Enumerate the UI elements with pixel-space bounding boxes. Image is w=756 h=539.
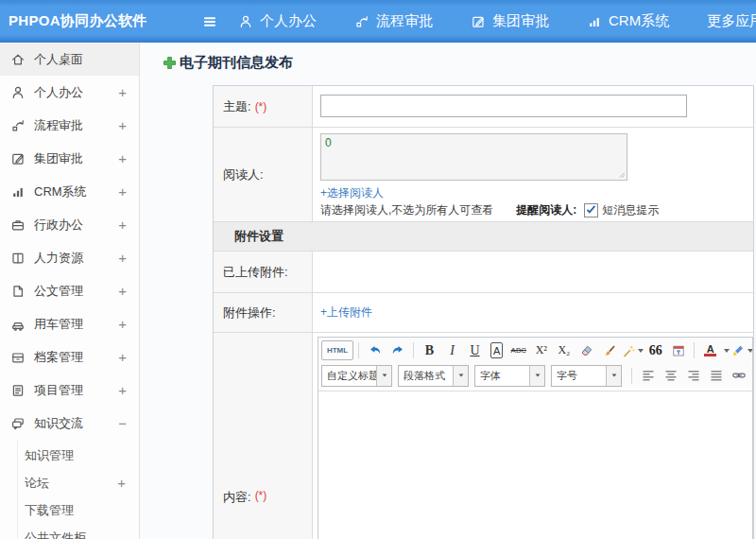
link-icon [731,368,747,383]
sidebar-item-personal-desktop[interactable]: 个人桌面 [0,43,139,76]
italic-button[interactable]: I [441,340,463,360]
remove-link-button[interactable] [750,366,752,386]
redo-button[interactable] [387,340,408,360]
user-icon [10,85,26,100]
bold-button[interactable]: B [419,340,440,360]
car-icon [10,317,26,332]
paragraph-format-select[interactable]: 段落格式 [398,365,469,387]
strikethrough-button[interactable]: ABC [507,340,529,360]
attachment-actions-label: 附件操作: [223,304,276,322]
redo-icon [390,343,405,358]
project-icon [10,383,26,398]
sidebar-subitem-forum[interactable]: 论坛 + [18,469,139,496]
content-label: 内容: [223,489,251,506]
subscript-button[interactable]: X₂ [553,340,575,360]
dropdown-caret-icon[interactable] [724,349,730,353]
uploaded-attachments-row: 已上传附件: [214,251,753,292]
chevron-down-icon [381,372,388,379]
plus-icon [163,56,177,70]
readers-textarea[interactable]: 0 [320,133,627,181]
sidebar-item-project-management[interactable]: 项目管理 + [0,374,139,407]
sidebar-item-human-resources[interactable]: 人力资源 + [0,241,139,274]
align-justify-button[interactable] [705,366,727,386]
undo-icon [368,343,383,358]
menu-toggle-button[interactable] [195,0,225,43]
font-color-button[interactable]: A [699,340,721,360]
sidebar-item-vehicle-management[interactable]: 用车管理 + [0,307,139,340]
sidebar-item-workflow-approval[interactable]: 流程审批 + [0,109,139,142]
align-right-icon [686,368,701,383]
sidebar-item-archive-management[interactable]: 档案管理 + [0,340,139,374]
underline-button[interactable]: U [464,340,486,360]
font-family-select[interactable]: 字体 [474,365,545,387]
format-brush-button[interactable] [598,340,620,360]
home-icon [10,52,26,67]
dropdown-caret-icon [638,349,644,353]
sidebar-subitem-knowledge-management[interactable]: 知识管理 [18,442,139,469]
nav-more-apps[interactable]: 更多应用 [707,12,756,30]
nav-personal-office[interactable]: 个人办公 [238,12,317,30]
sidebar-item-crm-system[interactable]: CRM系统 + [0,175,139,208]
sidebar-item-admin-office[interactable]: 行政办公 + [0,208,139,241]
sidebar-subitem-public-file-cabinet[interactable]: 公共文件柜 [18,524,139,539]
readers-hint: 请选择阅读人,不选为所有人可查看 [320,202,493,218]
html-source-button[interactable]: HTML [321,340,353,360]
nav-crm-system[interactable]: CRM系统 [587,12,669,30]
upload-attachment-link[interactable]: +上传附件 [320,304,372,321]
rich-text-editor: HTML B I U A ABC X² X₂ [318,337,753,539]
dropdown-caret-icon [747,349,752,353]
chevron-down-icon [457,372,465,379]
uploaded-attachments-label: 已上传附件: [223,264,288,281]
knowledge-submenu: 知识管理 论坛 + 下载管理 公共文件柜 [17,440,139,539]
calendar-icon [671,343,686,358]
heading-select[interactable]: 自定义标题 [321,365,392,387]
eraser-button[interactable] [576,340,597,360]
bar-chart-icon [587,14,602,29]
resize-grip-icon[interactable] [616,169,626,179]
page-title: 电子期刊信息发布 [163,54,293,72]
editor-toolbar-row1: HTML B I U A ABC X² X₂ [318,338,752,363]
quick-format-button[interactable] [621,340,644,360]
highlighter-icon [730,343,746,358]
align-justify-icon [709,368,724,383]
font-size-select[interactable]: 字号 [551,365,622,387]
align-center-icon [663,368,679,383]
sidebar-item-document-management[interactable]: 公文管理 + [0,274,139,307]
document-icon [10,284,26,299]
sms-checkbox-label: 短消息提示 [602,202,659,218]
align-right-button[interactable] [682,366,704,386]
sidebar-subitem-download-management[interactable]: 下载管理 [18,496,139,524]
hamburger-icon [201,13,218,30]
user-icon [238,14,253,29]
highlight-color-button[interactable] [730,340,752,360]
select-readers-link[interactable]: +选择阅读人 [320,185,384,201]
subject-row: 主题: (*) [214,86,753,127]
remind-readers-label: 提醒阅读人: [516,202,576,218]
workflow-icon [354,14,369,29]
subject-input[interactable] [320,95,687,117]
attachments-section-header: 附件设置 [214,221,753,251]
insert-link-button[interactable] [728,366,749,386]
sidebar-item-group-approval[interactable]: 集团审批 + [0,142,139,175]
sidebar-item-personal-office[interactable]: 个人办公 + [0,76,139,109]
nav-workflow-approval[interactable]: 流程审批 [354,12,433,30]
main-content: 电子期刊信息发布 主题: (*) 阅读人: 0 +选择阅读人 [140,43,756,539]
publish-form: 主题: (*) 阅读人: 0 +选择阅读人 请选择阅读人,不选为所有人可查看 提… [213,85,754,539]
edit-icon [471,14,486,29]
insert-date-button[interactable] [667,340,689,360]
align-center-button[interactable] [660,366,681,386]
editor-content-area[interactable] [318,391,752,539]
chevron-down-icon [610,372,618,379]
align-left-button[interactable] [637,366,659,386]
app-logo: PHPOA协同办公软件 [9,12,147,30]
uploaded-attachments-cell [313,252,753,292]
workflow-icon [10,118,26,133]
blockquote-button[interactable]: 66 [644,340,666,360]
nav-group-approval[interactable]: 集团审批 [471,12,549,30]
sidebar-item-knowledge-exchange[interactable]: 知识交流 − [0,407,139,440]
undo-button[interactable] [364,340,386,360]
font-style-button[interactable]: A [490,342,503,358]
color-bar [704,354,716,356]
superscript-button[interactable]: X² [530,340,552,360]
sms-checkbox[interactable] [584,203,598,217]
